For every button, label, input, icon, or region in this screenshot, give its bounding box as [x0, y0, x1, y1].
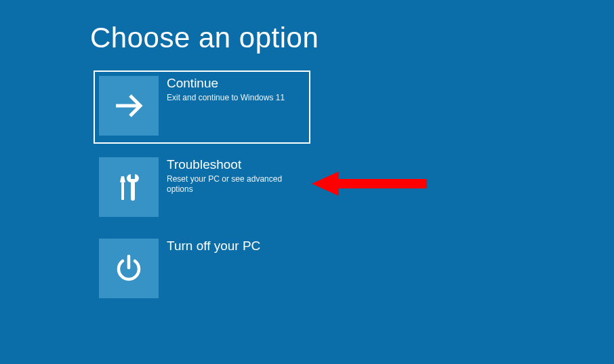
option-title: Turn off your PC: [167, 239, 260, 254]
option-title: Continue: [167, 76, 285, 92]
option-title: Troubleshoot: [167, 157, 305, 173]
svg-rect-1: [121, 182, 124, 200]
option-continue[interactable]: Continue Exit and continue to Windows 11: [94, 70, 310, 144]
page-title: Choose an option: [90, 22, 614, 54]
option-turnoff[interactable]: Turn off your PC: [94, 233, 310, 306]
power-icon: [99, 239, 159, 298]
option-desc: Exit and continue to Windows 11: [167, 93, 285, 104]
option-troubleshoot[interactable]: Troubleshoot Reset your PC or see advanc…: [94, 152, 310, 225]
option-continue-text: Continue Exit and continue to Windows 11: [159, 76, 285, 103]
option-turnoff-text: Turn off your PC: [159, 239, 260, 256]
arrow-right-icon: [99, 76, 159, 136]
svg-marker-2: [120, 176, 125, 182]
option-desc: Reset your PC or see advanced options: [167, 174, 305, 195]
option-troubleshoot-text: Troubleshoot Reset your PC or see advanc…: [159, 157, 305, 195]
tools-icon: [99, 157, 159, 217]
